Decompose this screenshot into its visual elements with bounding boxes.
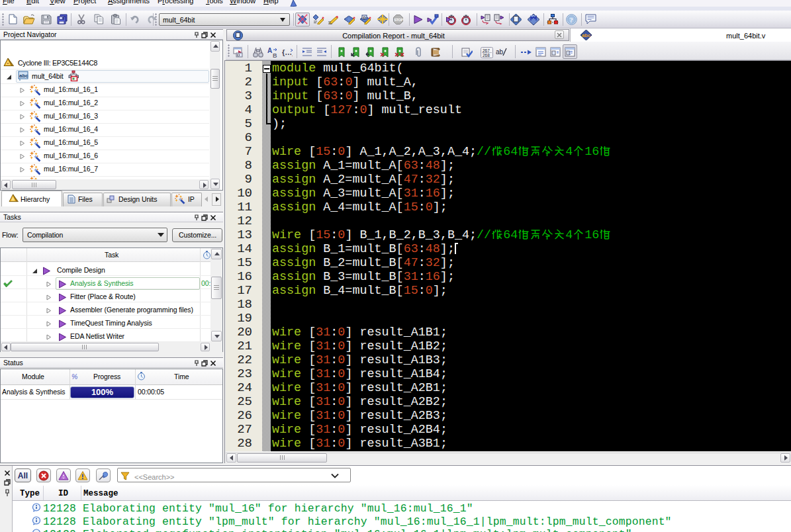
svg-text:268: 268 bbox=[483, 53, 490, 58]
svg-text:267: 267 bbox=[483, 48, 490, 53]
svg-text:B: B bbox=[273, 52, 277, 58]
svg-text:abc: abc bbox=[582, 32, 590, 38]
svg-text:STOP: STOP bbox=[394, 18, 403, 22]
svg-text:D: D bbox=[363, 16, 367, 20]
svg-text:ab: ab bbox=[496, 48, 504, 56]
svg-text:abc: abc bbox=[19, 73, 28, 79]
svg-text:A: A bbox=[267, 47, 272, 54]
svg-text:?: ? bbox=[569, 16, 573, 24]
